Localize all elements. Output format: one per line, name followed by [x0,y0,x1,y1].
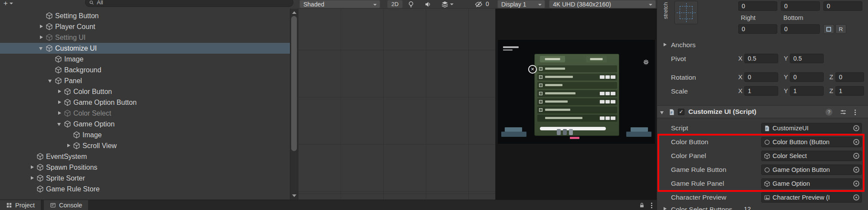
object-reference-field[interactable]: Game Option Button [761,165,862,175]
object-reference-field[interactable]: Color Button (Button [761,137,862,147]
kebab-menu-icon[interactable] [651,203,652,204]
resolution-dropdown[interactable]: 4K UHD (3840x2160) [549,0,656,8]
hierarchy-item-game-option[interactable]: Game Option [0,119,290,129]
game-panel-row [537,90,617,97]
create-object-button[interactable] [1,0,16,8]
chevron-down-icon[interactable] [450,3,454,5]
field-value: 0 [748,74,751,81]
blueprint-mode-button[interactable] [823,24,834,34]
scroll-down-icon[interactable] [292,194,296,197]
kebab-menu-icon[interactable] [855,110,856,111]
text-glyph [545,92,575,94]
hierarchy-item-spawn-positions[interactable]: Spawn Positions [0,162,290,173]
checkbox-glyph [539,92,542,95]
foldout-collapsed-icon[interactable] [38,21,46,32]
field-value: 0 [827,3,830,10]
foldout-expanded-icon[interactable] [47,75,55,86]
hierarchy-item-background[interactable]: Background [0,65,290,75]
property-row-color-button: Color ButtonColor Button (Button [657,136,868,149]
anchor-preset-button[interactable] [674,1,698,24]
property-row-color-select-buttons[interactable]: Color Select Buttons 12 [657,205,868,210]
rotation-z-field[interactable]: 0 [835,72,864,82]
hierarchy-item-setting-ui[interactable]: Setting UI [0,32,290,43]
raw-edit-mode-button[interactable]: R [835,24,846,34]
presets-icon[interactable] [840,109,847,116]
axis-x-label: X [738,87,743,94]
lock-icon[interactable] [639,202,645,208]
rect-bottom-field[interactable]: 0 [781,24,820,34]
hierarchy-item-player-count[interactable]: Player Count [0,21,290,32]
lighting-toggle-icon[interactable] [407,0,415,8]
stepper-glyph [600,75,615,79]
hierarchy-item-setting-button[interactable]: Setting Button [0,10,290,21]
audio-toggle-icon[interactable] [424,0,432,8]
hierarchy-item-game-rule-store[interactable]: Game Rule Store [0,184,290,194]
scale-y-field[interactable]: 1 [790,86,824,96]
foldout-collapsed-icon[interactable] [29,162,36,173]
foldout-collapsed-icon[interactable] [65,140,73,151]
foldout-collapsed-icon[interactable] [38,32,46,43]
hierarchy-item-image[interactable]: Image [0,54,290,65]
component-enabled-checkbox[interactable] [678,109,684,115]
field-value: 1 [839,87,842,94]
object-picker-icon[interactable] [853,139,859,145]
effects-toggle-icon[interactable] [441,0,449,8]
foldout-expanded-icon[interactable] [56,119,64,129]
scrollbar-thumb[interactable] [291,16,297,151]
pivot-x-field[interactable]: 0.5 [744,54,778,63]
axis-y-label: Y [784,87,788,94]
scene-view-grid[interactable] [298,9,495,200]
hierarchy-item-game-option-button[interactable]: Game Option Button [0,97,290,108]
scale-x-field[interactable]: 1 [744,86,778,96]
stepper-segment [600,100,605,103]
hierarchy-search-field[interactable]: All [85,0,293,7]
stepper-glyph [600,100,615,103]
display-label: Display 1 [501,1,526,8]
pivot-y-field[interactable]: 0.5 [790,54,824,63]
component-foldout-icon[interactable] [659,107,667,118]
component-header-customize-ui[interactable]: Customize UI (Script) [657,105,868,118]
hierarchy-item-customize-ui[interactable]: Customize UI [0,43,290,54]
hidden-objects-eye-icon[interactable] [475,0,483,8]
2d-toggle-button[interactable]: 2D [387,0,403,8]
hierarchy-item-label: Background [64,66,101,74]
object-picker-icon[interactable] [853,125,859,131]
scroll-up-icon[interactable] [292,11,296,14]
foldout-collapsed-icon[interactable] [56,108,64,119]
draw-mode-dropdown[interactable]: Shaded [299,0,380,8]
help-icon[interactable] [825,109,832,116]
hierarchy-item-scroll-view[interactable]: Scroll View [0,140,290,151]
rotation-x-field[interactable]: 0 [744,72,778,82]
object-picker-icon[interactable] [853,194,859,200]
foldout-collapsed-icon[interactable] [56,97,64,108]
foldout-expanded-icon[interactable] [38,43,46,54]
rotation-y-field[interactable]: 0 [790,72,824,82]
gameobject-icon [764,181,770,187]
hierarchy-item-color-button[interactable]: Color Button [0,86,290,97]
tab-project[interactable]: Project [0,200,41,210]
object-reference-field[interactable]: Character Preview (I [761,192,862,203]
text-glyph [545,68,565,70]
hierarchy-item-color-select[interactable]: Color Select [0,108,290,119]
display-dropdown[interactable]: Display 1 [497,0,545,8]
object-picker-icon[interactable] [853,153,859,159]
object-reference-field[interactable]: Color Select [761,151,862,161]
object-reference-field[interactable]: Game Option [761,178,862,189]
hierarchy-item-eventsystem[interactable]: EventSystem [0,151,290,162]
object-picker-icon[interactable] [853,167,859,173]
hierarchy-item-image[interactable]: Image [0,129,290,140]
foldout-collapsed-icon[interactable] [29,173,36,184]
rect-top-field[interactable]: 0 [781,1,820,11]
object-picker-icon[interactable] [853,181,859,187]
tab-console[interactable]: Console [44,200,88,210]
scale-z-field[interactable]: 1 [835,86,864,96]
hierarchy-item-sprite-sorter[interactable]: Sprite Sorter [0,173,290,184]
rect-left-field[interactable]: 0 [738,1,777,11]
object-reference-field[interactable]: CustomizeUI [761,123,862,133]
property-label: Game Rule Panel [671,180,724,187]
hierarchy-scrollbar[interactable] [290,9,298,200]
rect-posz-field[interactable]: 0 [823,1,862,11]
rect-right-field[interactable]: 0 [738,24,777,34]
hierarchy-item-panel[interactable]: Panel [0,75,290,86]
foldout-collapsed-icon[interactable] [56,86,64,97]
